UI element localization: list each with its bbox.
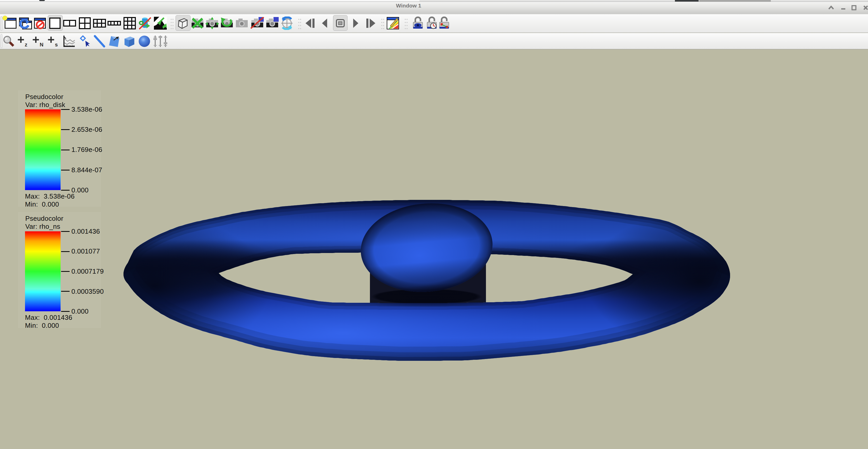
svg-text:s: s: [55, 42, 58, 48]
svg-text:z: z: [25, 42, 27, 48]
svg-text:N: N: [40, 42, 43, 48]
